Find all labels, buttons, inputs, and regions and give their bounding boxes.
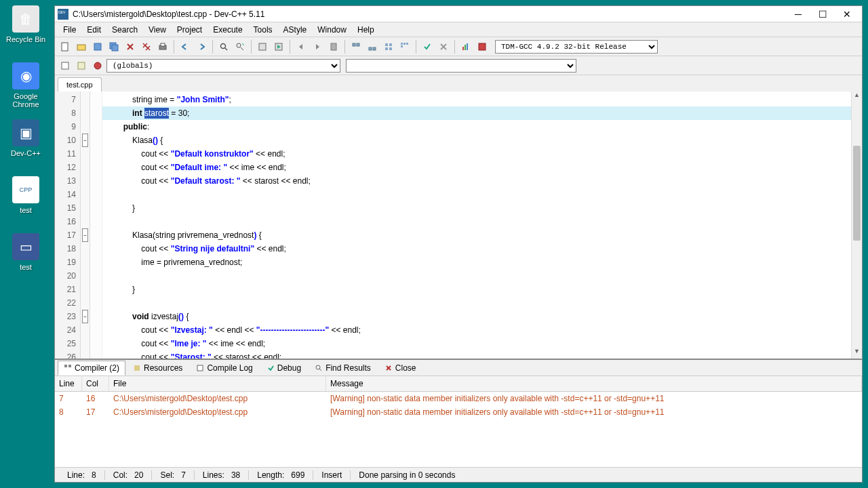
- tab-find-results[interactable]: Find Results: [309, 361, 377, 375]
- code-line[interactable]: public:: [102, 120, 862, 134]
- menu-search[interactable]: Search: [106, 23, 143, 37]
- menu-view[interactable]: View: [143, 23, 172, 37]
- desktop-icon-devcpp[interactable]: ▣Dev-C++: [5, 119, 46, 157]
- main-window: C:\Users\mistergold\Desktop\test.cpp - D…: [54, 5, 863, 483]
- code-line[interactable]: cout << "Default ime: " << ime << endl;: [102, 161, 862, 174]
- vertical-scrollbar[interactable]: ▲ ▼: [851, 92, 862, 359]
- code-line[interactable]: void izvestaj() {: [102, 310, 862, 323]
- forward-button[interactable]: [310, 39, 325, 54]
- code-line[interactable]: cout << "Ime je: " << ime << endl;: [102, 337, 862, 350]
- desktop-icon-chrome[interactable]: ◉Google Chrome: [5, 62, 46, 108]
- compiler-row[interactable]: 716C:\Users\mistergold\Desktop\test.cpp[…: [55, 392, 862, 405]
- code-line[interactable]: cout << "Default starost: " << starost <…: [102, 174, 862, 188]
- code-line[interactable]: ime = privremena_vrednost;: [102, 256, 862, 269]
- menu-tools[interactable]: Tools: [248, 23, 278, 37]
- new-file-button[interactable]: [58, 39, 73, 54]
- class-browser-button[interactable]: [74, 58, 89, 73]
- desktop-icon-recycle-bin[interactable]: 🗑Recycle Bin: [5, 5, 46, 43]
- tab-resources[interactable]: Resources: [127, 361, 189, 375]
- save-all-button[interactable]: [106, 39, 121, 54]
- tab-close[interactable]: Close: [378, 361, 422, 375]
- cancel-button[interactable]: [436, 39, 451, 54]
- save-button[interactable]: [90, 39, 105, 54]
- menu-help[interactable]: Help: [352, 23, 380, 37]
- tab-compile-log[interactable]: Compile Log: [190, 361, 258, 375]
- svg-rect-33: [68, 365, 71, 367]
- fold-toggle[interactable]: −: [82, 310, 88, 323]
- toggle-button[interactable]: [381, 39, 396, 54]
- svg-rect-6: [161, 43, 165, 46]
- tab-compiler[interactable]: Compiler (2): [58, 361, 125, 375]
- menu-execute[interactable]: Execute: [208, 23, 248, 37]
- code-line[interactable]: Klasa(string privremena_vrednost) {: [102, 228, 862, 242]
- members-combo[interactable]: [346, 59, 576, 73]
- svg-rect-21: [401, 43, 403, 45]
- col-file[interactable]: File: [109, 376, 326, 391]
- code-line[interactable]: [102, 269, 862, 283]
- svg-rect-23: [406, 43, 408, 45]
- back-button[interactable]: [294, 39, 309, 54]
- maximize-button[interactable]: ☐: [810, 7, 835, 21]
- close-all-button[interactable]: [139, 39, 154, 54]
- code-line[interactable]: }: [102, 283, 862, 296]
- compiler-row[interactable]: 817C:\Users\mistergold\Desktop\test.cpp[…: [55, 405, 862, 419]
- col-line[interactable]: Line: [55, 376, 82, 391]
- col-message[interactable]: Message: [326, 376, 862, 391]
- code-line[interactable]: int starost = 30;: [102, 106, 862, 120]
- editor-area: 7891011121314151617181920212223242526 −−…: [55, 92, 862, 359]
- svg-rect-0: [62, 43, 68, 51]
- compile-button[interactable]: [255, 39, 270, 54]
- menu-edit[interactable]: Edit: [81, 23, 106, 37]
- print-button[interactable]: [155, 39, 170, 54]
- menu-astyle[interactable]: AStyle: [278, 23, 313, 37]
- open-file-button[interactable]: [74, 39, 89, 54]
- fold-toggle[interactable]: −: [82, 228, 88, 242]
- compiler-select[interactable]: TDM-GCC 4.9.2 32-bit Release: [495, 40, 658, 54]
- redo-button[interactable]: [194, 39, 209, 54]
- new-class-button[interactable]: [58, 58, 73, 73]
- window-title: C:\Users\mistergold\Desktop\test.cpp - D…: [73, 9, 786, 19]
- desktop-icon-test-cpp[interactable]: CPPtest: [5, 176, 46, 214]
- replace-button[interactable]: [233, 39, 248, 54]
- minimize-button[interactable]: ─: [786, 7, 810, 21]
- menu-file[interactable]: File: [58, 23, 81, 37]
- tab-debug[interactable]: Debug: [260, 361, 307, 375]
- code-line[interactable]: }: [102, 201, 862, 215]
- goto-button[interactable]: [349, 39, 363, 54]
- code-line[interactable]: [102, 215, 862, 228]
- profile-button[interactable]: [458, 39, 473, 54]
- fold-toggle[interactable]: −: [82, 134, 88, 147]
- tab-test-cpp[interactable]: test.cpp: [58, 77, 102, 92]
- code-line[interactable]: cout << "Izvestaj: " << endl << "-------…: [102, 323, 862, 337]
- code-line[interactable]: [102, 296, 862, 310]
- svg-rect-2: [94, 43, 101, 50]
- code-editor[interactable]: string ime = "John Smith"; int starost =…: [102, 92, 862, 359]
- desktop-icon-test-exe[interactable]: ▭test: [5, 233, 46, 271]
- insert-button[interactable]: [365, 39, 380, 54]
- scrollbar-thumb[interactable]: [853, 146, 861, 241]
- menu-project[interactable]: Project: [172, 23, 208, 37]
- find-button[interactable]: [216, 39, 231, 54]
- col-col[interactable]: Col: [82, 376, 109, 391]
- menu-window[interactable]: Window: [312, 23, 352, 37]
- svg-rect-15: [369, 47, 372, 50]
- code-line[interactable]: [102, 188, 862, 201]
- svg-rect-17: [385, 43, 388, 46]
- code-line[interactable]: cout << "Starost: " << starost << endl;: [102, 350, 862, 359]
- bookmark-button[interactable]: [326, 39, 341, 54]
- scroll-down-icon[interactable]: ▼: [852, 348, 862, 359]
- check-button[interactable]: [420, 39, 435, 54]
- close-file-button[interactable]: [123, 39, 138, 54]
- run-button[interactable]: [271, 39, 286, 54]
- globals-combo[interactable]: (globals): [106, 59, 340, 73]
- code-line[interactable]: string ime = "John Smith";: [102, 93, 862, 106]
- code-line[interactable]: cout << "Default konstruktor" << endl;: [102, 147, 862, 161]
- code-line[interactable]: Klasa() {: [102, 134, 862, 147]
- debug-del-button[interactable]: [475, 39, 490, 54]
- debug-button[interactable]: [90, 58, 105, 73]
- close-button[interactable]: ✕: [835, 7, 859, 21]
- grid-button[interactable]: [397, 39, 412, 54]
- scroll-up-icon[interactable]: ▲: [852, 92, 862, 102]
- undo-button[interactable]: [178, 39, 193, 54]
- code-line[interactable]: cout << "String nije defaultni" << endl;: [102, 242, 862, 256]
